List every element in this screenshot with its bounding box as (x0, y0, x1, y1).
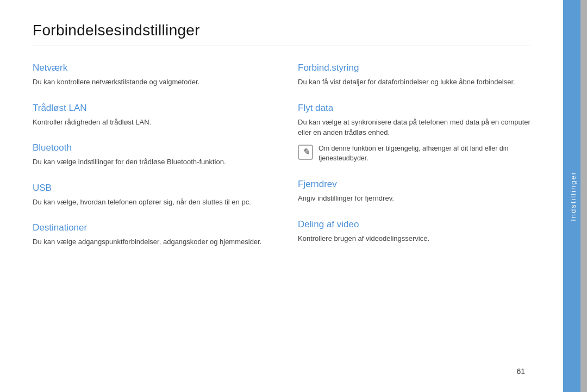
section-desc-fjerndrev: Angiv indstillinger for fjerndrev. (298, 193, 530, 204)
sidebar: Indstillinger (563, 0, 587, 392)
sidebar-label: Indstillinger (569, 171, 577, 221)
section-title-forbind-styring: Forbind.styring (298, 63, 530, 73)
section-desc-forbind-styring: Du kan få vist detaljer for dataforbinde… (298, 77, 530, 88)
section-title-deling-af-video: Deling af video (298, 219, 530, 230)
note-text: Om denne funktion er tilgængelig, afhæng… (319, 144, 530, 164)
section-desc-destinationer: Du kan vælge adgangspunktforbindelser, a… (33, 237, 265, 247)
section-desc-usb: Du kan vælge, hvordan telefonen opfører … (33, 197, 265, 208)
note-icon-symbol: ✎ (302, 147, 309, 157)
section-desc-flyt-data: Du kan vælge at synkronisere data på tel… (298, 117, 530, 138)
section-title-destinationer: Destinationer (33, 222, 265, 233)
section-usb: USBDu kan vælge, hvordan telefonen opfør… (33, 183, 265, 208)
right-column: Forbind.styringDu kan få vist detaljer f… (298, 63, 530, 263)
section-netvaerk: NetværkDu kan kontrollere netværkstilsta… (33, 63, 265, 88)
sidebar-blue-panel: Indstillinger (563, 0, 587, 392)
section-title-bluetooth: Bluetooth (33, 142, 265, 153)
section-tradlost-lan: Trådløst LANKontroller rådigheden af trå… (33, 103, 265, 128)
page-number: 61 (516, 367, 525, 376)
section-destinationer: DestinationerDu kan vælge adgangspunktfo… (33, 222, 265, 247)
section-fjerndrev: FjerndrevAngiv indstillinger for fjerndr… (298, 179, 530, 204)
section-deling-af-video: Deling af videoKontrollere brugen af vid… (298, 219, 530, 244)
section-desc-netvaerk: Du kan kontrollere netværkstilstande og … (33, 77, 265, 88)
page-title: Forbindelsesindstillinger (33, 22, 530, 39)
section-title-usb: USB (33, 183, 265, 194)
section-title-fjerndrev: Fjerndrev (298, 179, 530, 190)
note-box: ✎Om denne funktion er tilgængelig, afhæn… (298, 144, 530, 164)
note-icon: ✎ (298, 145, 313, 160)
section-desc-tradlost-lan: Kontroller rådigheden af trådløst LAN. (33, 117, 265, 128)
section-title-tradlost-lan: Trådløst LAN (33, 103, 265, 114)
sidebar-gray-strip (580, 0, 587, 392)
content-grid: NetværkDu kan kontrollere netværkstilsta… (33, 63, 530, 263)
left-column: NetværkDu kan kontrollere netværkstilsta… (33, 63, 265, 263)
section-desc-deling-af-video: Kontrollere brugen af videodelingsservic… (298, 233, 530, 244)
section-bluetooth: BluetoothDu kan vælge indstillinger for … (33, 142, 265, 167)
section-title-flyt-data: Flyt data (298, 103, 530, 114)
section-flyt-data: Flyt dataDu kan vælge at synkronisere da… (298, 103, 530, 164)
section-forbind-styring: Forbind.styringDu kan få vist detaljer f… (298, 63, 530, 88)
section-title-netvaerk: Netværk (33, 63, 265, 73)
title-divider (33, 46, 530, 46)
section-desc-bluetooth: Du kan vælge indstillinger for den trådl… (33, 157, 265, 167)
